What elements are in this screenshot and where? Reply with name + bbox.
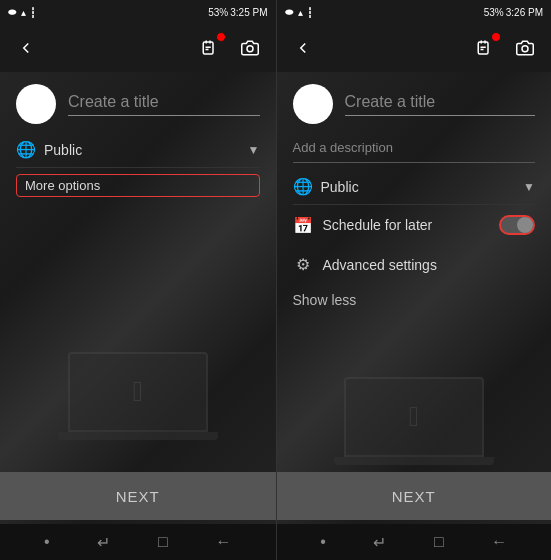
- title-row-2: Create a title: [293, 84, 536, 124]
- public-dropdown-1[interactable]: 🌐 Public ▼: [16, 132, 260, 168]
- dropdown-arrow-2: ▼: [523, 180, 535, 194]
- status-icons-left: ⬬ ▴ ┇: [8, 6, 36, 18]
- signal-icon-2: ┇: [307, 7, 313, 18]
- dot-icon-2: •: [320, 533, 326, 551]
- toolbar-icons-2: [471, 34, 539, 62]
- toolbar-icons-1: [196, 34, 264, 62]
- badge-2: [491, 32, 501, 42]
- signal-strength-2: 53%: [484, 7, 504, 18]
- public-label-2: Public: [321, 179, 516, 195]
- status-icons-left-2: ⬬ ▴ ┇: [285, 6, 313, 18]
- public-dropdown-2[interactable]: 🌐 Public ▼: [293, 169, 536, 205]
- svg-point-11: [522, 46, 528, 52]
- advanced-row[interactable]: ⚙ Advanced settings: [293, 245, 536, 284]
- panel-1: ⬬ ▴ ┇ 53% 3:25 PM: [0, 0, 276, 560]
- title-row-1: Create a title: [16, 84, 260, 124]
- public-label-1: Public: [44, 142, 240, 158]
- wifi-icon-2: ▴: [298, 7, 303, 18]
- advanced-label: Advanced settings: [323, 257, 536, 273]
- avatar-1: [16, 84, 56, 124]
- return-icon-1[interactable]: ↵: [97, 533, 110, 552]
- content-area-2:  Create a title Add a description 🌐 Pub…: [277, 72, 552, 560]
- schedule-row[interactable]: 📅 Schedule for later: [293, 205, 536, 245]
- back-button-1[interactable]: [12, 34, 40, 62]
- description-row[interactable]: Add a description: [293, 132, 536, 163]
- schedule-label: Schedule for later: [323, 217, 490, 233]
- camera-icon[interactable]: [236, 34, 264, 62]
- dot-icon-1: •: [44, 533, 50, 551]
- bt-icon-2: ⬬: [285, 6, 294, 18]
- signal-icon: ┇: [30, 7, 36, 18]
- more-options-label: More options: [25, 178, 100, 193]
- return-icon-2[interactable]: ↵: [373, 533, 386, 552]
- description-placeholder: Add a description: [293, 140, 393, 155]
- top-toolbar-1: [0, 24, 276, 72]
- title-placeholder-2: Create a title: [345, 93, 436, 110]
- time-display-2: 3:26 PM: [506, 7, 543, 18]
- camera-icon-2[interactable]: [511, 34, 539, 62]
- globe-icon-2: 🌐: [293, 177, 313, 196]
- back-button-2[interactable]: [289, 34, 317, 62]
- back-icon-2[interactable]: ←: [491, 533, 507, 551]
- square-icon-1[interactable]: □: [158, 533, 168, 551]
- status-bar-1: ⬬ ▴ ┇ 53% 3:25 PM: [0, 0, 276, 24]
- next-label-1: NEXT: [116, 488, 160, 505]
- title-input-wrap-1[interactable]: Create a title: [68, 93, 260, 116]
- show-less-label: Show less: [293, 292, 357, 308]
- bottom-nav-2: • ↵ □ ←: [277, 524, 552, 560]
- panel-2: ⬬ ▴ ┇ 53% 3:26 PM: [276, 0, 552, 560]
- wifi-icon: ▴: [21, 7, 26, 18]
- globe-icon-1: 🌐: [16, 140, 36, 159]
- gear-icon: ⚙: [293, 255, 313, 274]
- next-button-1[interactable]: NEXT: [0, 472, 276, 520]
- status-right: 53% 3:25 PM: [208, 7, 267, 18]
- back-icon-1[interactable]: ←: [216, 533, 232, 551]
- schedule-toggle[interactable]: [499, 215, 535, 235]
- notification-icon[interactable]: [196, 34, 224, 62]
- next-label-2: NEXT: [392, 488, 436, 505]
- more-options-button[interactable]: More options: [16, 174, 260, 197]
- bottom-nav-1: • ↵ □ ←: [0, 524, 276, 560]
- top-toolbar-2: [277, 24, 552, 72]
- show-less-button[interactable]: Show less: [293, 284, 536, 316]
- notification-icon-2[interactable]: [471, 34, 499, 62]
- title-placeholder-1: Create a title: [68, 93, 159, 110]
- square-icon-2[interactable]: □: [434, 533, 444, 551]
- toggle-knob: [517, 217, 533, 233]
- bt-icon: ⬬: [8, 6, 17, 18]
- content-area-1:  Create a title 🌐 Public ▼ More options: [0, 72, 276, 560]
- calendar-icon: 📅: [293, 216, 313, 235]
- status-right-2: 53% 3:26 PM: [484, 7, 543, 18]
- svg-point-5: [247, 46, 253, 52]
- badge-1: [216, 32, 226, 42]
- next-button-2[interactable]: NEXT: [277, 472, 552, 520]
- time-display: 3:25 PM: [230, 7, 267, 18]
- dropdown-arrow-1: ▼: [248, 143, 260, 157]
- signal-strength: 53%: [208, 7, 228, 18]
- title-input-wrap-2[interactable]: Create a title: [345, 93, 536, 116]
- avatar-2: [293, 84, 333, 124]
- status-bar-2: ⬬ ▴ ┇ 53% 3:26 PM: [277, 0, 552, 24]
